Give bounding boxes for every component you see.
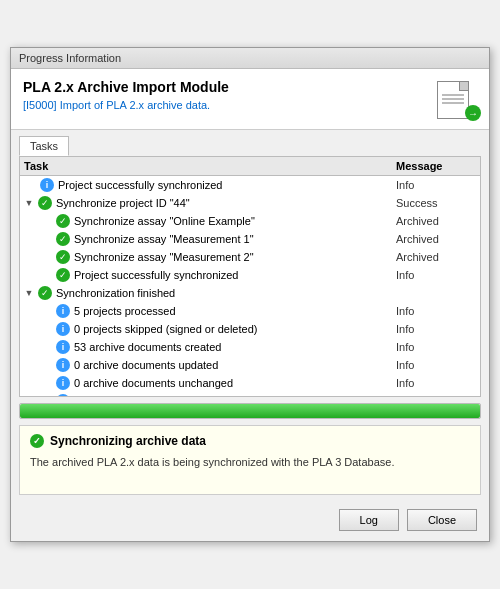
info-title-text: Synchronizing archive data <box>50 434 206 448</box>
info-icon: i <box>56 304 70 318</box>
info-success-icon: ✓ <box>30 434 44 448</box>
info-icon: i <box>40 178 54 192</box>
info-icon: i <box>56 322 70 336</box>
table-row: i 0 archive documents skipped (signed or… <box>20 392 480 396</box>
info-description: The archived PLA 2.x data is being synch… <box>30 454 470 471</box>
info-icon: i <box>56 394 70 396</box>
progress-bar-area <box>19 403 481 419</box>
table-row: i 53 archive documents created Info <box>20 338 480 356</box>
table-row: ✓ Project successfully synchronized Info <box>20 266 480 284</box>
table-row: i 0 projects skipped (signed or deleted)… <box>20 320 480 338</box>
col-task-header: Task <box>24 160 396 172</box>
tasks-table: Task Message i Project successfully sync… <box>19 156 481 397</box>
info-icon: i <box>56 340 70 354</box>
table-row: i 5 projects processed Info <box>20 302 480 320</box>
module-title: PLA 2.x Archive Import Module <box>23 79 229 95</box>
table-row: i Project successfully synchronized Info <box>20 176 480 194</box>
success-icon: ✓ <box>38 286 52 300</box>
success-icon: ✓ <box>56 214 70 228</box>
info-icon: i <box>56 358 70 372</box>
table-row: ▼ ✓ Synchronize project ID "44" Success <box>20 194 480 212</box>
table-scroll[interactable]: i Project successfully synchronized Info… <box>20 176 480 396</box>
header-text: PLA 2.x Archive Import Module [I5000] Im… <box>23 79 229 111</box>
table-header: Task Message <box>20 157 480 176</box>
dialog: Progress Information PLA 2.x Archive Imp… <box>10 47 490 542</box>
info-area: ✓ Synchronizing archive data The archive… <box>19 425 481 495</box>
table-row: i 0 archive documents updated Info <box>20 356 480 374</box>
tabs-area: Tasks <box>11 130 489 156</box>
progress-bar-fill <box>20 404 480 418</box>
table-row: ▼ ✓ Synchronization finished <box>20 284 480 302</box>
success-icon: ✓ <box>38 196 52 210</box>
success-icon: ✓ <box>56 250 70 264</box>
header-area: PLA 2.x Archive Import Module [I5000] Im… <box>11 69 489 130</box>
table-row: ✓ Synchronize assay "Measurement 2" Arch… <box>20 248 480 266</box>
info-title-area: ✓ Synchronizing archive data <box>30 434 470 448</box>
success-icon: ✓ <box>56 232 70 246</box>
info-icon: i <box>56 376 70 390</box>
col-message-header: Message <box>396 160 476 172</box>
green-arrow-icon: → <box>465 105 481 121</box>
log-button[interactable]: Log <box>339 509 399 531</box>
module-subtitle: [I5000] Import of PLA 2.x archive data. <box>23 99 229 111</box>
progress-bar-bg <box>19 403 481 419</box>
title-bar: Progress Information <box>11 48 489 69</box>
table-row: i 0 archive documents unchanged Info <box>20 374 480 392</box>
close-button[interactable]: Close <box>407 509 477 531</box>
expand-icon: ▼ <box>24 198 34 208</box>
table-row: ✓ Synchronize assay "Measurement 1" Arch… <box>20 230 480 248</box>
tab-tasks[interactable]: Tasks <box>19 136 69 156</box>
success-icon: ✓ <box>56 268 70 282</box>
table-row: ✓ Synchronize assay "Online Example" Arc… <box>20 212 480 230</box>
expand-icon: ▼ <box>24 288 34 298</box>
header-icon-area: → <box>437 79 477 119</box>
button-bar: Log Close <box>11 503 489 541</box>
dialog-title: Progress Information <box>19 52 121 64</box>
